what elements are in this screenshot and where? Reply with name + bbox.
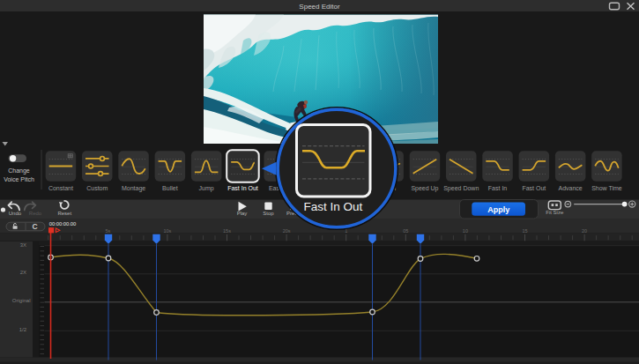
svg-text:15: 15 (522, 228, 527, 234)
svg-text:20s: 20s (283, 228, 291, 234)
svg-text:Fast In Out: Fast In Out (227, 185, 258, 191)
svg-text:05: 05 (403, 228, 408, 234)
svg-text:Constant: Constant (48, 185, 73, 191)
svg-text:Jump: Jump (199, 185, 214, 192)
svg-text:3X: 3X (20, 242, 26, 248)
svg-text:Redo: Redo (29, 211, 42, 216)
svg-text:Speed Up: Speed Up (411, 185, 438, 192)
svg-text:00:00:00.00: 00:00:00.00 (49, 221, 77, 227)
svg-text:10: 10 (463, 228, 468, 234)
svg-text:Reset: Reset (57, 211, 71, 216)
svg-text:Fit Size: Fit Size (546, 210, 564, 215)
svg-text:2X: 2X (20, 270, 26, 275)
svg-text:Apply: Apply (487, 205, 509, 214)
svg-text:15s: 15s (223, 228, 231, 234)
svg-text:Speed Editor: Speed Editor (299, 3, 340, 11)
svg-text:Fast In Out: Fast In Out (303, 200, 362, 213)
svg-text:Play: Play (237, 211, 248, 216)
svg-text:Fast In: Fast In (488, 185, 508, 191)
svg-text:Stop: Stop (263, 211, 274, 216)
svg-text:5s: 5s (105, 228, 110, 234)
svg-text:Bullet: Bullet (162, 185, 178, 191)
svg-text:1/2: 1/2 (19, 327, 27, 332)
svg-text:Change: Change (8, 167, 30, 175)
svg-text:Voice Pitch: Voice Pitch (4, 176, 34, 182)
svg-text:Fast Out: Fast Out (522, 185, 546, 191)
svg-text:Undo: Undo (9, 211, 22, 216)
svg-text:Speed Down: Speed Down (443, 185, 479, 192)
svg-text:Custom: Custom (86, 185, 108, 191)
svg-text:Advance: Advance (559, 185, 583, 191)
svg-text:20: 20 (582, 228, 587, 234)
svg-text:Show Time: Show Time (591, 185, 622, 191)
svg-text:C: C (33, 222, 38, 231)
svg-text:Montage: Montage (122, 185, 145, 192)
svg-text:Original: Original (12, 298, 31, 303)
svg-text:10s: 10s (163, 228, 171, 234)
